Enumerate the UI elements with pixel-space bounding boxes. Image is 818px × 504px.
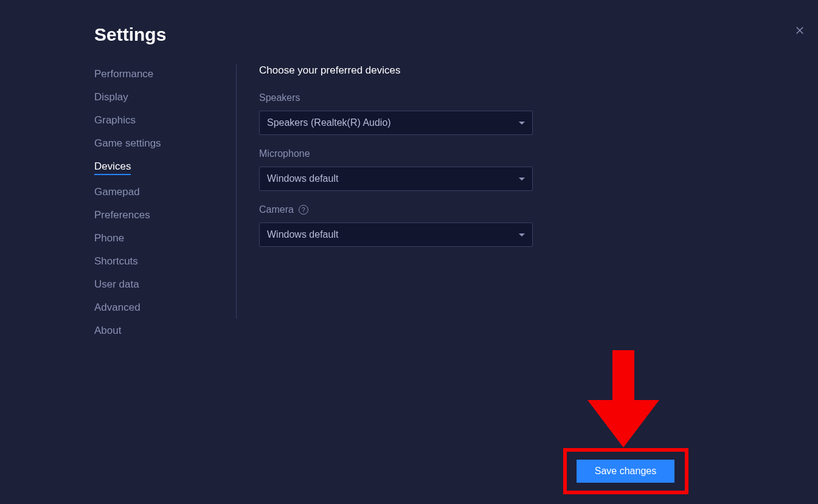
help-icon[interactable]: ? [299,205,308,215]
annotation-arrow-icon [588,350,659,447]
speakers-select[interactable]: Speakers (Realtek(R) Audio) [259,111,533,135]
speakers-label: Speakers [259,92,563,103]
field-camera: Camera ? Windows default [259,204,563,247]
vertical-divider [236,64,237,319]
sidebar-item-about[interactable]: About [94,325,121,337]
section-header: Choose your preferred devices [259,64,563,77]
sidebar-item-preferences[interactable]: Preferences [94,209,150,221]
close-button[interactable] [792,23,807,38]
field-microphone: Microphone Windows default [259,148,563,191]
sidebar-item-graphics[interactable]: Graphics [94,114,136,126]
speakers-value: Speakers (Realtek(R) Audio) [267,117,391,128]
sidebar-item-advanced[interactable]: Advanced [94,302,140,314]
sidebar-item-user-data[interactable]: User data [94,278,139,291]
settings-sidebar: Performance Display Graphics Game settin… [94,68,216,337]
page-title: Settings [94,24,166,45]
microphone-select[interactable]: Windows default [259,167,533,191]
microphone-value: Windows default [267,173,338,184]
main-panel: Choose your preferred devices Speakers S… [259,64,563,260]
microphone-label: Microphone [259,148,563,159]
sidebar-item-performance[interactable]: Performance [94,68,153,80]
sidebar-item-display[interactable]: Display [94,91,128,103]
camera-value: Windows default [267,229,338,240]
sidebar-item-devices[interactable]: Devices [94,161,131,175]
chevron-down-icon [519,178,525,181]
sidebar-item-game-settings[interactable]: Game settings [94,137,161,150]
field-speakers: Speakers Speakers (Realtek(R) Audio) [259,92,563,135]
sidebar-item-phone[interactable]: Phone [94,232,124,244]
save-changes-button[interactable]: Save changes [577,460,674,483]
close-icon [794,25,805,36]
sidebar-item-gamepad[interactable]: Gamepad [94,186,140,198]
sidebar-item-shortcuts[interactable]: Shortcuts [94,255,138,268]
camera-select[interactable]: Windows default [259,223,533,247]
chevron-down-icon [519,122,525,125]
chevron-down-icon [519,233,525,236]
camera-label-row: Camera ? [259,204,563,215]
camera-label: Camera [259,204,294,215]
